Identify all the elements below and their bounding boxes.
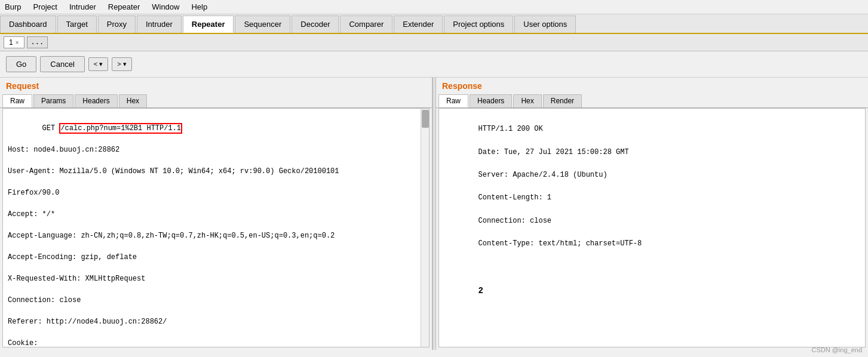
request-panel: Request Raw Params Headers Hex GET /calc…	[0, 78, 433, 350]
tab-intruder[interactable]: Intruder	[137, 16, 182, 33]
response-tab-bar: Raw Headers Hex Render	[436, 93, 868, 108]
back-button[interactable]: < ▾	[88, 57, 108, 71]
request-header: Request	[0, 78, 432, 93]
request-tab-params[interactable]: Params	[33, 94, 73, 107]
get-method: GET	[42, 124, 60, 133]
tab-proxy[interactable]: Proxy	[98, 16, 136, 33]
response-line-3: Server: Apache/2.4.18 (Ubuntu)	[479, 171, 608, 179]
repeater-tab-add[interactable]: ...	[27, 36, 48, 48]
tab-decoder[interactable]: Decoder	[292, 16, 339, 33]
response-line-2: Date: Tue, 27 Jul 2021 15:00:28 GMT	[479, 148, 629, 156]
response-body-value: 2	[479, 286, 483, 296]
tab-extender[interactable]: Extender	[394, 16, 443, 33]
response-line-1: HTTP/1.1 200 OK	[479, 125, 543, 133]
menu-help[interactable]: Help	[189, 1, 210, 13]
response-line-4: Content-Length: 1	[479, 193, 551, 202]
request-tab-bar: Raw Params Headers Hex	[0, 93, 432, 108]
response-tab-hex[interactable]: Hex	[513, 94, 541, 107]
tab-target[interactable]: Target	[57, 16, 97, 33]
response-header: Response	[436, 78, 868, 93]
main-area: Request Raw Params Headers Hex GET /calc…	[0, 78, 868, 350]
tab-dashboard[interactable]: Dashboard	[0, 16, 56, 33]
menu-repeater[interactable]: Repeater	[106, 1, 142, 13]
response-tab-render[interactable]: Render	[543, 94, 582, 107]
scroll-thumb	[422, 110, 429, 128]
toolbar: Go Cancel < ▾ > ▾	[0, 51, 868, 78]
tab-project-options[interactable]: Project options	[444, 16, 513, 33]
response-line-6: Content-Type: text/html; charset=UTF-8	[479, 239, 642, 248]
response-line-5: Connection: close	[479, 217, 551, 225]
menu-bar: Burp Project Intruder Repeater Window He…	[0, 0, 868, 14]
response-tab-raw[interactable]: Raw	[438, 94, 468, 107]
tab-repeater[interactable]: Repeater	[183, 16, 234, 33]
menu-burp[interactable]: Burp	[2, 1, 23, 13]
main-tab-bar: Dashboard Target Proxy Intruder Repeater…	[0, 14, 868, 34]
request-content[interactable]: GET /calc.php?num=1%2B1 HTTP/1.1 Host: n…	[2, 108, 430, 347]
tab-user-options[interactable]: User options	[514, 16, 576, 33]
repeater-tab-close[interactable]: ×	[16, 39, 19, 46]
cancel-button[interactable]: Cancel	[40, 56, 84, 72]
request-body: GET /calc.php?num=1%2B1 HTTP/1.1 Host: n…	[3, 109, 429, 347]
go-button[interactable]: Go	[6, 56, 36, 72]
tab-comparer[interactable]: Comparer	[340, 16, 392, 33]
menu-intruder[interactable]: Intruder	[67, 1, 99, 13]
request-path-highlighted: /calc.php?num=1%2B1 HTTP/1.1	[59, 123, 182, 134]
request-tab-raw[interactable]: Raw	[2, 94, 32, 107]
response-content[interactable]: HTTP/1.1 200 OK Date: Tue, 27 Jul 2021 1…	[438, 108, 866, 347]
request-tab-hex[interactable]: Hex	[119, 94, 147, 107]
forward-button[interactable]: > ▾	[112, 57, 131, 71]
request-tab-headers[interactable]: Headers	[75, 94, 117, 107]
tab-sequencer[interactable]: Sequencer	[235, 16, 290, 33]
response-body: HTTP/1.1 200 OK Date: Tue, 27 Jul 2021 1…	[439, 109, 865, 312]
repeater-tab-bar: 1 × ...	[0, 34, 868, 51]
response-panel: Response Raw Headers Hex Render HTTP/1.1…	[436, 78, 868, 350]
response-tab-headers[interactable]: Headers	[470, 94, 512, 107]
watermark: CSDN @ing_end	[811, 346, 862, 350]
menu-project[interactable]: Project	[30, 1, 59, 13]
request-scrollbar[interactable]	[421, 109, 429, 347]
repeater-tab-1[interactable]: 1 ×	[4, 36, 24, 48]
menu-window[interactable]: Window	[149, 1, 182, 13]
